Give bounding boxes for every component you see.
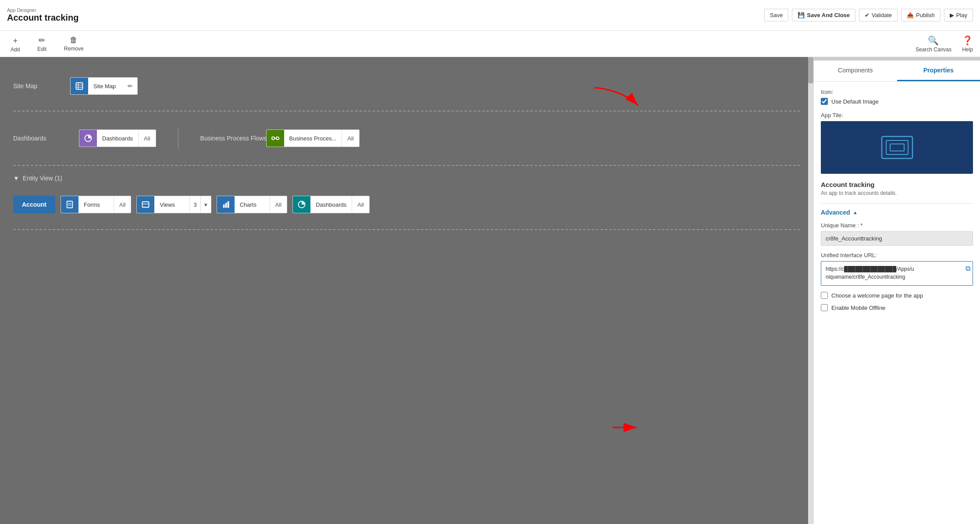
app-desc-display: An app to track accounts details. bbox=[821, 190, 973, 196]
bpf-name: Business Proces... bbox=[284, 135, 342, 142]
use-default-image-label: Use Default Image bbox=[831, 98, 879, 105]
annotation-arrow-bottom bbox=[608, 419, 643, 436]
publish-button[interactable]: 📤 Publish bbox=[901, 9, 941, 22]
search-canvas-button[interactable]: 🔍 Search Canvas bbox=[916, 35, 951, 53]
tab-properties[interactable]: Properties bbox=[897, 61, 980, 81]
toolbar: ＋ Add ✏ Edit 🗑 Remove 🔍 Search Canvas ❓ … bbox=[0, 31, 980, 57]
site-map-component[interactable]: Site Map ✏ bbox=[70, 77, 138, 95]
charts-name: Charts bbox=[235, 201, 270, 208]
edit-icon: ✏ bbox=[39, 36, 45, 45]
panel-content: Icon: Use Default Image App Tile: bbox=[814, 82, 980, 524]
svg-rect-21 bbox=[890, 144, 904, 151]
header: App Designer Account tracking Save 💾 Sav… bbox=[0, 0, 980, 31]
advanced-chevron-icon: ▲ bbox=[853, 210, 858, 215]
site-map-label: Site Map bbox=[13, 83, 70, 90]
help-button[interactable]: ❓ Help bbox=[962, 35, 973, 53]
canvas-inner: Site Map Site Map ✏ Dashboards Dash bbox=[0, 57, 813, 252]
play-button[interactable]: ▶ Play bbox=[944, 9, 973, 22]
play-icon: ▶ bbox=[950, 12, 954, 18]
views-name: Views bbox=[154, 201, 189, 208]
canvas-area: Site Map Site Map ✏ Dashboards Dash bbox=[0, 57, 813, 524]
entity-view-header: ▼ Entity View (1) bbox=[13, 175, 800, 182]
entity-dashboards-component[interactable]: Dashboards All bbox=[292, 196, 370, 213]
app-tile-section: App Tile: bbox=[821, 112, 973, 174]
views-count: 3 bbox=[189, 196, 200, 213]
validate-icon: ✔ bbox=[865, 12, 870, 18]
toolbar-edit[interactable]: ✏ Edit bbox=[34, 33, 50, 55]
svg-rect-20 bbox=[886, 140, 908, 154]
forms-name: Forms bbox=[78, 201, 114, 208]
bpf-component[interactable]: Business Proces... All bbox=[266, 129, 360, 147]
app-name-display: Account tracking bbox=[821, 181, 973, 188]
save-and-close-button[interactable]: 💾 Save And Close bbox=[792, 9, 855, 22]
mobile-offline-checkbox[interactable] bbox=[821, 304, 828, 311]
header-left: App Designer Account tracking bbox=[7, 7, 78, 23]
views-chevron-icon[interactable]: ▾ bbox=[200, 196, 211, 213]
save-close-icon: 💾 bbox=[798, 12, 805, 18]
charts-component[interactable]: Charts All bbox=[217, 196, 287, 213]
svg-point-5 bbox=[271, 137, 274, 140]
separator-2 bbox=[13, 165, 800, 166]
site-map-icon bbox=[71, 77, 88, 95]
bpf-all[interactable]: All bbox=[342, 130, 359, 147]
entity-view-label: Entity View (1) bbox=[23, 175, 62, 182]
save-button[interactable]: Save bbox=[764, 9, 789, 22]
icon-label: Icon: bbox=[821, 89, 973, 95]
remove-icon: 🗑 bbox=[70, 36, 78, 45]
app-tile-icon bbox=[880, 130, 915, 165]
url-copy-icon[interactable]: ⧉ bbox=[966, 265, 970, 273]
url-label: Unified Interface URL: bbox=[821, 252, 973, 258]
views-component[interactable]: Views 3 ▾ bbox=[136, 196, 211, 213]
dashboards-row: Dashboards Dashboards All Business Proce… bbox=[13, 120, 800, 156]
entity-dashboards-name: Dashboards bbox=[310, 201, 352, 208]
site-map-edit-icon[interactable]: ✏ bbox=[123, 83, 137, 90]
url-field-wrapper: https://c██████████████/Apps/u niquename… bbox=[821, 261, 973, 286]
entity-view-chevron[interactable]: ▼ bbox=[13, 175, 19, 182]
dashboards-icon bbox=[79, 129, 97, 147]
account-row: Account Forms All Views 3 ▾ bbox=[13, 189, 800, 220]
main-layout: Site Map Site Map ✏ Dashboards Dash bbox=[0, 57, 980, 524]
use-default-image-row: Use Default Image bbox=[821, 98, 973, 105]
help-icon: ❓ bbox=[962, 35, 973, 46]
unique-name-label: Unique Name : * bbox=[821, 222, 973, 229]
app-tile-label: App Tile: bbox=[821, 112, 973, 118]
advanced-section-header[interactable]: Advanced ▲ bbox=[821, 209, 973, 216]
vertical-separator bbox=[178, 127, 178, 149]
svg-point-6 bbox=[276, 137, 278, 140]
toolbar-remove[interactable]: 🗑 Remove bbox=[61, 33, 87, 54]
canvas-scroll-thumb[interactable] bbox=[808, 57, 813, 83]
advanced-label: Advanced bbox=[821, 209, 850, 216]
tab-components[interactable]: Components bbox=[814, 61, 897, 81]
charts-all[interactable]: All bbox=[270, 196, 287, 213]
separator-1 bbox=[13, 111, 800, 111]
right-panel: Components Properties Icon: Use Default … bbox=[813, 57, 980, 524]
icon-section: Icon: Use Default Image bbox=[821, 89, 973, 105]
dashboards-component[interactable]: Dashboards All bbox=[79, 129, 156, 147]
app-tile-preview bbox=[821, 121, 973, 174]
forms-all[interactable]: All bbox=[114, 196, 131, 213]
site-map-name: Site Map bbox=[88, 83, 123, 90]
svg-rect-8 bbox=[67, 201, 73, 208]
dashboards-label: Dashboards bbox=[13, 135, 70, 142]
canvas-scrollbar[interactable] bbox=[808, 57, 813, 524]
svg-rect-14 bbox=[225, 203, 227, 208]
dashboards-name: Dashboards bbox=[97, 135, 138, 142]
account-button[interactable]: Account bbox=[13, 196, 55, 213]
entity-dashboards-all[interactable]: All bbox=[352, 196, 369, 213]
use-default-image-checkbox[interactable] bbox=[821, 98, 828, 105]
separator-3 bbox=[13, 229, 800, 230]
publish-icon: 📤 bbox=[907, 12, 914, 18]
app-designer-label: App Designer bbox=[7, 7, 78, 13]
validate-button[interactable]: ✔ Validate bbox=[859, 9, 898, 22]
svg-rect-11 bbox=[143, 202, 149, 208]
toolbar-add[interactable]: ＋ Add bbox=[7, 32, 23, 55]
dashboards-all[interactable]: All bbox=[138, 130, 155, 147]
toolbar-right: 🔍 Search Canvas ❓ Help bbox=[916, 35, 973, 53]
unique-name-input[interactable] bbox=[821, 231, 973, 246]
panel-scroll-top bbox=[814, 57, 980, 61]
welcome-page-checkbox[interactable] bbox=[821, 292, 828, 299]
forms-component[interactable]: Forms All bbox=[61, 196, 131, 213]
charts-icon bbox=[217, 196, 235, 213]
url-field: https://c██████████████/Apps/u niquename… bbox=[821, 261, 973, 286]
search-icon: 🔍 bbox=[928, 35, 939, 46]
